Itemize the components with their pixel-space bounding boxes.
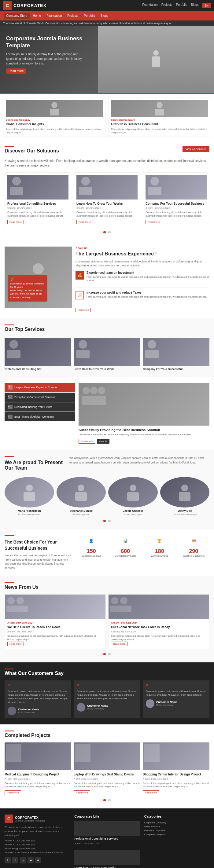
project-meta-1: A team | 8th June 2024 [5,778,71,780]
discover-section: Discover Our Solutions View All Services… [0,140,214,240]
card-read-more-2[interactable]: Read more [77,220,93,224]
logo: C CORPORATEX [3,1,47,10]
social-twitter[interactable]: t [12,857,18,863]
view-all-button[interactable]: View All Services [183,146,209,152]
project-read-more-3[interactable]: Read more [143,790,159,795]
expert-item-4[interactable]: ▪ Best Financial Adviser Company [5,412,75,421]
services-row: Professional Consulting Ser Learn How To… [5,338,209,371]
top-nav-item[interactable]: Projects [161,3,173,8]
nav-blogs[interactable]: Blogs [98,13,111,19]
footer-news-date-1: A team | 20 June 2024 [74,842,99,845]
footer-cat-1[interactable]: Corporate Company [144,820,209,825]
expert-item-3[interactable]: ▪ Dedicated Insuring Your Future [5,402,75,411]
svg-point-24 [26,485,33,491]
social-youtube[interactable]: ▶ [28,857,34,863]
nav-projects[interactable]: Projects [65,13,81,19]
news-title-1: We Help Clients To Reach The Goals [7,625,103,629]
expert-doc-icon-2: ▪ [8,405,12,409]
social-rss[interactable]: ⊕ [35,857,41,863]
social-linkedin[interactable]: in [20,857,26,863]
test-author-1: Customer Name Role, Company [8,707,68,715]
footer-cat-2[interactable]: News From Us [144,825,209,829]
project-image-1 [5,742,71,770]
team-section: We Are proud To Present Our Team We alwa… [0,450,214,529]
dot-active[interactable] [103,231,106,234]
about-main-image: ✓ Successfull Business Solutions for 30 … [5,247,72,308]
social-facebook[interactable]: f [5,857,11,863]
team-dot-1[interactable] [103,520,106,522]
news-dot-2[interactable] [108,653,111,655]
svg-rect-34 [6,606,28,612]
expert-item-1[interactable]: ✓ Largest Business Expert in Europe [5,383,75,392]
svg-rect-15 [7,350,21,359]
svg-rect-29 [127,492,139,501]
test-role-1: Role, Company [18,711,39,714]
news-tag-1: A team | 8th June 2024 [7,621,103,624]
quote-icon-3: " [146,683,206,689]
footer-social-links: f t in ▶ ⊕ [5,857,70,863]
nav-home[interactable]: Home [30,13,43,19]
team-red-line [5,456,14,457]
card-read-more-1[interactable]: Read more [7,220,24,224]
test-author-2: Customer Name Role, Company [77,703,137,712]
card-read-more-3[interactable]: Read more [146,220,162,224]
project-read-more-1[interactable]: Read more [5,790,21,795]
stat-num-staff: 150 [75,548,107,555]
card-text-3: Conventetur adipiscing elit sed diam non… [146,211,207,217]
top-nav-item[interactable]: Portfolio [176,3,187,8]
project-title-2: Laptop With Drawings Seal Stamp Divider [74,772,140,776]
investment-icon: 💰 [75,271,84,280]
dot-inactive[interactable] [108,231,111,234]
project-meta-2: A shift | 8th June 2024 [74,778,140,780]
top-nav-item[interactable]: Foundation [143,3,158,8]
team-carousel-dots [5,519,209,523]
nav-company-store[interactable]: Company Store [4,13,30,19]
svg-rect-17 [76,350,90,359]
top-nav-register[interactable]: B+ [202,3,211,8]
about-read-more[interactable]: read more [75,308,91,312]
news-dot-1[interactable] [103,653,106,655]
footer-cat-4[interactable]: Completed Projects [144,833,209,837]
nav-portfolio[interactable]: Portfolio [81,13,97,19]
svg-rect-46 [146,747,158,748]
expert-read-more[interactable]: Read more [79,439,95,444]
news-read-more-2[interactable]: Read more [111,642,127,646]
stats-text: We are the largest business expert of Eu… [5,554,72,570]
avatar-3 [146,699,154,708]
svg-point-20 [83,387,90,394]
team-title: We Are proud To Present Our Team [5,460,66,471]
team-photo-3 [108,477,158,507]
discover-card-1: Professional Consulting Services 6 team … [5,172,71,227]
footer-brand: CORPORATEX [15,816,45,819]
top-nav-item[interactable]: Blogs [191,3,198,8]
team-text: We always work with a professional team.… [69,456,209,473]
about-tag: About us [75,247,209,250]
check-icon: ✓ [10,277,45,282]
expert-item-2[interactable]: ▪ Exceptional Commercial Services [5,393,75,402]
proj-dot-2[interactable] [108,799,111,801]
expert-view-all[interactable]: View All [97,439,110,444]
project-read-more-2[interactable]: Read more [74,790,90,795]
news-text-2: Conventetur adipiscing elit sed diam non… [111,634,207,641]
svg-rect-42 [75,744,91,762]
hero-cta[interactable]: Read more [6,68,26,74]
footer-about-text: 23 ante ipsum primis in faucibus orci lu… [5,826,70,837]
project-3: Shopping Center Interior Design Project … [143,742,209,795]
discover-card-3: Company For Your Successful Business 6 t… [143,172,209,227]
footer-news-2: Learn How To Grow Your Works A team | 20… [74,850,140,868]
team-dot-2[interactable] [108,520,111,522]
expert-content: Successfully Providing the Best Business… [79,383,209,444]
svg-point-6 [12,177,21,185]
proj-dot-1[interactable] [103,799,106,801]
nav-foundation[interactable]: Foundation [44,13,64,19]
stats-red-line [5,535,14,536]
about-image-container: ✓ Successfull Business Solutions for 30 … [5,247,72,312]
feat-title-1: Global Consumer Insights [6,122,103,126]
project-2: Laptop With Drawings Seal Stamp Divider … [74,742,140,795]
news-read-more-1[interactable]: Read more [7,642,24,646]
projects-icon: 📊 [120,535,131,546]
quote-icon-2: " [77,683,137,689]
footer-cat-3[interactable]: Payment Corporate [144,829,209,833]
svg-point-10 [150,177,159,185]
svg-point-8 [81,177,90,185]
